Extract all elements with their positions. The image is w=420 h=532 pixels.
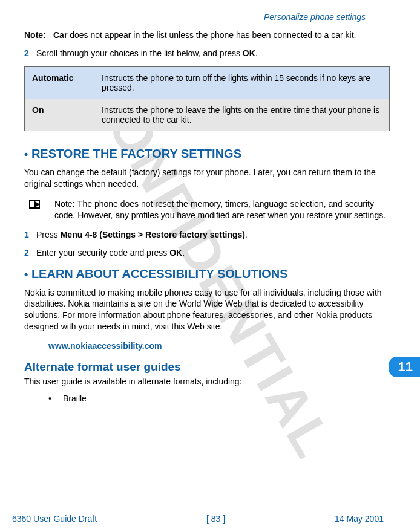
option-label: On [25,99,94,131]
note-label: Note: [24,30,53,40]
step-text-a: Scroll through your choices in the list … [36,48,243,58]
step-number: 2 [24,48,36,58]
option-desc: Instructs the phone to leave the lights … [94,99,390,131]
table-row: On Instructs the phone to leave the ligh… [25,99,390,131]
note-rest: does not appear in the list unless the p… [67,30,356,40]
step-1: 1 Press Menu 4-8 (Settings > Restore fac… [24,230,390,239]
step-number: 2 [24,248,36,258]
subsection-body: This user guide is available in alternat… [24,376,390,388]
t: . [245,230,248,239]
step-text-b: OK [243,48,255,58]
t: Enter your security code and press [36,248,169,258]
t: . [182,248,185,258]
accessibility-url[interactable]: www.nokiaaccessibility.com [48,341,390,351]
step-number: 1 [24,230,36,239]
step-2-pre: 2 Scroll through your choices in the lis… [24,48,390,58]
section-heading-accessibility: • LEARN ABOUT ACCESSIBILITY SOLUTIONS [24,267,390,281]
note-body: The phone does not reset the memory, tim… [54,199,386,220]
option-label: Automatic [25,67,94,99]
step-2: 2 Enter your security code and press OK. [24,248,390,258]
options-table: Automatic Instructs the phone to turn of… [24,66,390,131]
list-item: • Braille [48,394,390,403]
footer-page-number: [ 83 ] [206,514,225,524]
list-item-text: Braille [63,394,87,403]
step-body: Press Menu 4-8 (Settings > Restore facto… [36,230,390,239]
section-body: Nokia is committed to making mobile phon… [24,287,390,333]
header-section-link: Personalize phone settings [24,12,390,22]
bullet-icon: • [24,148,28,160]
footer-left: 6360 User Guide Draft [12,514,97,524]
footer-right: 14 May 2001 [335,514,384,524]
step-body: Scroll through your choices in the list … [36,48,390,58]
note-word: Note [54,199,73,209]
inline-note-text: Note: The phone does not reset the memor… [54,198,390,221]
bullet-icon: • [48,394,63,403]
subsection-heading: Alternate format user guides [24,360,390,374]
step-body: Enter your security code and press OK. [36,248,390,258]
inline-note: Note: The phone does not reset the memor… [24,198,390,221]
t: OK [169,248,182,258]
note-block: Note: Car does not appear in the list un… [24,30,390,40]
section-heading-restore: • RESTORE THE FACTORY SETTINGS [24,147,390,161]
step-text-c: . [255,48,258,58]
note-bold-word: Car [53,30,67,40]
t: Press [36,230,61,239]
option-desc: Instructs the phone to turn off the ligh… [94,67,390,99]
t: Menu 4-8 (Settings > Restore factory set… [61,230,245,239]
note-text: Car does not appear in the list unless t… [53,30,390,40]
section-title: LEARN ABOUT ACCESSIBILITY SOLUTIONS [31,267,288,281]
page-footer: 6360 User Guide Draft [ 83 ] 14 May 2001 [0,514,420,524]
bullet-icon: • [24,268,28,281]
chapter-tab: 11 [389,357,420,377]
note-icon [24,198,54,221]
table-row: Automatic Instructs the phone to turn of… [25,67,390,99]
section-title: RESTORE THE FACTORY SETTINGS [31,147,241,160]
section-body: You can change the default (factory) set… [24,167,390,190]
